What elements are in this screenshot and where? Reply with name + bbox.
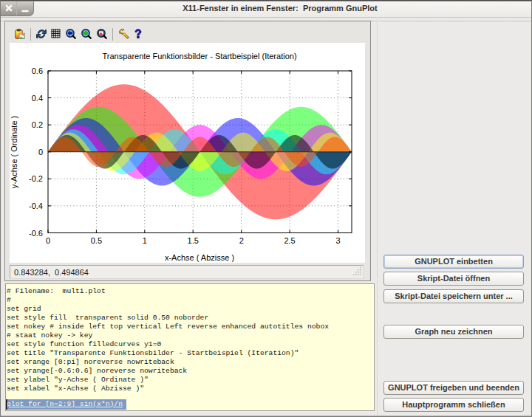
svg-text:2.5: 2.5 — [284, 236, 295, 245]
svg-text:0.4: 0.4 — [32, 94, 43, 103]
svg-text:2: 2 — [239, 236, 244, 245]
svg-text:0: 0 — [46, 236, 50, 245]
svg-text:-0.6: -0.6 — [29, 229, 43, 238]
svg-text:-0.4: -0.4 — [29, 201, 43, 210]
svg-text:1.5: 1.5 — [188, 236, 199, 245]
svg-text:-0.2: -0.2 — [29, 174, 43, 183]
svg-text:Transparente Funktionsbilder -: Transparente Funktionsbilder - Startbeis… — [102, 52, 296, 61]
svg-text:0.2: 0.2 — [32, 120, 43, 129]
svg-text:3: 3 — [335, 236, 340, 245]
svg-text:0.5: 0.5 — [91, 236, 102, 245]
svg-text:0.6: 0.6 — [32, 66, 43, 75]
svg-text:1: 1 — [143, 236, 147, 245]
svg-text:y-Achse ( Ordinate ): y-Achse ( Ordinate ) — [10, 116, 18, 188]
svg-text:x-Achse ( Abzisse ): x-Achse ( Abzisse ) — [165, 253, 234, 262]
svg-text:0: 0 — [38, 148, 43, 156]
